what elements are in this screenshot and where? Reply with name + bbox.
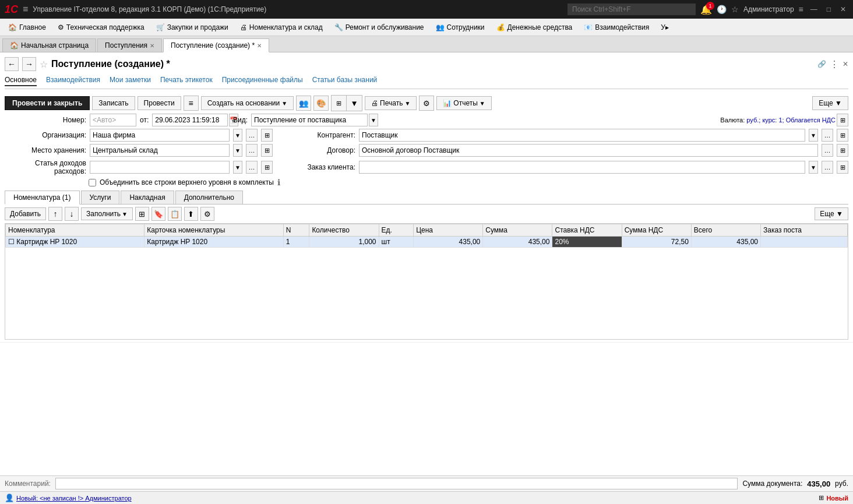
- pechat-btn[interactable]: 🖨 Печать ▼: [365, 96, 417, 110]
- group-btn-2[interactable]: ▼: [347, 96, 362, 111]
- win-restore-btn[interactable]: □: [824, 5, 833, 13]
- inner-tab-nomenklatura[interactable]: Номенклатура (1): [5, 191, 80, 205]
- statia-dropdown-btn[interactable]: ▼: [233, 161, 242, 174]
- inner-tab-dopolnitelno[interactable]: Дополнительно: [175, 191, 243, 204]
- kontragent-dots-btn[interactable]: …: [822, 129, 833, 142]
- favorites-icon[interactable]: ☆: [731, 5, 739, 14]
- info-icon[interactable]: ℹ: [277, 178, 280, 187]
- dogovor-input[interactable]: [359, 144, 818, 157]
- down-btn[interactable]: ↓: [65, 207, 79, 221]
- sub-tab-osnovnoe[interactable]: Основное: [5, 76, 37, 86]
- table-row[interactable]: ☐ Картридж HP 1020Картридж HP 102011,000…: [6, 237, 848, 248]
- settings-icon[interactable]: ≡: [799, 5, 803, 14]
- vid-dropdown-btn[interactable]: ▼: [369, 114, 378, 126]
- table-icon-btn5[interactable]: ⚙: [200, 207, 214, 221]
- nds-link[interactable]: Облагается НДС: [786, 117, 836, 124]
- sub-tab-pechat-etiketok[interactable]: Печать этикеток: [160, 76, 213, 86]
- sub-tab-stati-bazy-znanii[interactable]: Статьи базы знаний: [312, 76, 378, 86]
- favorite-star-icon[interactable]: ☆: [40, 59, 48, 70]
- up-btn[interactable]: ↑: [48, 207, 62, 221]
- kontragent-dropdown-btn[interactable]: ▼: [809, 129, 818, 142]
- zakaz-dots-btn[interactable]: …: [822, 161, 833, 174]
- org-input[interactable]: [90, 129, 230, 142]
- group-btn-1[interactable]: ⊞: [332, 96, 347, 111]
- menu-item-more[interactable]: У▸: [655, 21, 675, 34]
- esche-btn[interactable]: Еще ▼: [812, 96, 848, 110]
- notification-icon[interactable]: 🔔 1: [700, 4, 712, 15]
- table-scroll-area[interactable]: Номенклатура Карточка номенклатуры N Кол…: [5, 223, 848, 340]
- users-toolbar-btn[interactable]: 👥: [296, 96, 311, 111]
- menu-item-dengi[interactable]: 💰 Денежные средства: [491, 21, 579, 34]
- org-copy-btn[interactable]: ⊞: [261, 129, 273, 142]
- sozdat-na-osnovanii-btn[interactable]: Создать на основании ▼: [201, 96, 294, 110]
- tab-home[interactable]: 🏠 Начальная страница: [2, 38, 96, 52]
- provesti-zakryt-btn[interactable]: Провести и закрыть: [5, 96, 90, 110]
- inner-tab-nakladnaya[interactable]: Накладная: [121, 191, 174, 204]
- date-input[interactable]: [152, 114, 228, 126]
- new-record-link[interactable]: Новый: <не записан !> Администратор: [16, 495, 132, 502]
- mesto-copy-btn[interactable]: ⊞: [261, 144, 273, 157]
- sub-tab-vzaimodeistviya[interactable]: Взаимодействия: [46, 76, 100, 86]
- provesti-btn[interactable]: Провести: [138, 96, 181, 110]
- nomer-input[interactable]: [90, 114, 136, 126]
- comment-input[interactable]: [55, 478, 738, 489]
- zakaz-copy-btn[interactable]: ⊞: [837, 161, 848, 174]
- sub-tab-prisoedinennye-faily[interactable]: Присоединенные файлы: [222, 76, 303, 86]
- table-esche-btn[interactable]: Еще ▼: [815, 207, 848, 220]
- vid-input[interactable]: [251, 114, 368, 126]
- grid-bottom-icon[interactable]: ⊞: [819, 494, 824, 502]
- table-icon-btn3[interactable]: 📋: [168, 207, 182, 221]
- zapolnit-btn[interactable]: Заполнить ▼: [81, 207, 133, 220]
- history-icon[interactable]: 🕐: [717, 5, 727, 14]
- zakaz-input[interactable]: [359, 161, 805, 174]
- tab-postuplenie-create[interactable]: Поступление (создание) * ✕: [163, 38, 269, 52]
- color-btn[interactable]: 🎨: [313, 96, 329, 111]
- win-minimize-btn[interactable]: —: [808, 5, 820, 13]
- sub-tab-bar: Основное Взаимодействия Мои заметки Печа…: [5, 75, 848, 89]
- menu-item-vzaimodeistviya[interactable]: 📧 Взаимодействия: [578, 21, 655, 34]
- combine-checkbox[interactable]: [89, 179, 96, 186]
- currency-link[interactable]: руб.; курс: 1;: [746, 117, 785, 124]
- dogovor-dots-btn[interactable]: …: [822, 144, 833, 157]
- otchety-btn[interactable]: 📊 Отчеты ▼: [436, 96, 491, 110]
- org-dropdown-btn[interactable]: ▼: [233, 129, 242, 142]
- kontragent-copy-btn[interactable]: ⊞: [837, 129, 848, 142]
- link-icon[interactable]: 🔗: [817, 60, 826, 68]
- dogovor-copy-btn[interactable]: ⊞: [837, 144, 848, 157]
- tab-create-close[interactable]: ✕: [257, 43, 262, 49]
- nav-back-btn[interactable]: ←: [5, 57, 19, 71]
- search-input[interactable]: [568, 3, 696, 15]
- more-options-icon[interactable]: ⋮: [830, 59, 839, 70]
- zapisat-btn[interactable]: Записать: [92, 96, 135, 110]
- nav-forward-btn[interactable]: →: [22, 57, 36, 71]
- statia-dots-btn[interactable]: …: [246, 161, 258, 174]
- table-icon-btn2[interactable]: 🔖: [151, 207, 165, 221]
- org-dots-btn[interactable]: …: [246, 129, 258, 142]
- menu-item-techpodderzhka[interactable]: ⚙ Техническая поддержка: [52, 21, 150, 34]
- settings-toolbar-btn[interactable]: ⚙: [419, 96, 434, 111]
- inner-tab-uslugi[interactable]: Услуги: [81, 191, 120, 204]
- doc-close-icon[interactable]: ✕: [843, 60, 848, 68]
- currency-copy-btn[interactable]: ⊞: [837, 114, 848, 126]
- menu-item-sotrudniki[interactable]: 👥 Сотрудники: [430, 21, 491, 34]
- zakaz-dropdown-btn[interactable]: ▼: [809, 161, 818, 174]
- mesto-dots-btn[interactable]: …: [246, 144, 258, 157]
- win-close-btn[interactable]: ✕: [838, 5, 848, 13]
- menu-hamburger-icon[interactable]: ≡: [23, 4, 28, 15]
- statia-copy-btn[interactable]: ⊞: [261, 161, 273, 174]
- sub-tab-moi-zametki[interactable]: Мои заметки: [110, 76, 151, 86]
- tab-postuplenia[interactable]: Поступления ✕: [97, 38, 162, 52]
- statia-input[interactable]: [90, 161, 230, 174]
- mesto-input[interactable]: [90, 144, 230, 157]
- dobavit-btn[interactable]: Добавить: [5, 207, 46, 220]
- menu-item-nomenklatura[interactable]: 🖨 Номенклатура и склад: [234, 21, 329, 34]
- table-icon-btn4[interactable]: ⬆: [184, 207, 198, 221]
- menu-item-zakupki[interactable]: 🛒 Закупки и продажи: [150, 21, 234, 34]
- menu-item-glavnoe[interactable]: 🏠 Главное: [2, 21, 52, 34]
- menu-item-remont[interactable]: 🔧 Ремонт и обслуживание: [329, 21, 430, 34]
- kontragent-input[interactable]: [359, 129, 805, 142]
- document-icon-btn[interactable]: ≡: [184, 96, 199, 111]
- mesto-dropdown-btn[interactable]: ▼: [233, 144, 242, 157]
- tab-postuplenia-close[interactable]: ✕: [150, 43, 154, 49]
- table-icon-btn1[interactable]: ⊞: [135, 207, 149, 221]
